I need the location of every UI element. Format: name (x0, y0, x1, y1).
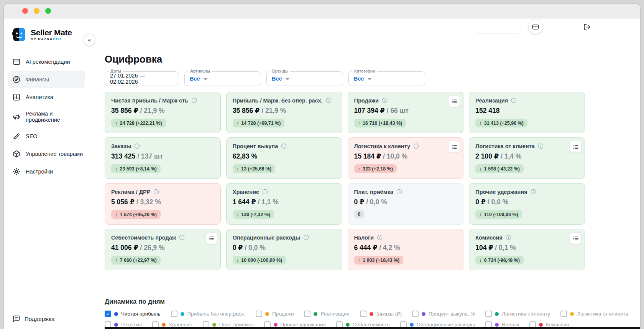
date-range-field[interactable]: Даты 27.01.2026 — 02.02.2026 (105, 71, 179, 86)
info-icon[interactable] (396, 188, 402, 195)
sidebar-item-label: Управление товарами (26, 151, 83, 157)
sidebar-item-ruble[interactable]: Финансы (8, 71, 85, 88)
legend-item[interactable]: Прибыль без опер.расх. (171, 311, 245, 317)
info-icon[interactable] (262, 188, 268, 195)
info-icon[interactable] (303, 234, 309, 241)
zoom-window-button[interactable] (45, 8, 51, 14)
articles-select[interactable]: Артикулы Все (184, 71, 261, 86)
metric-value: 1 644 ₽ / 1,1 % (233, 198, 336, 206)
metric-value: 2 100 ₽ / 1,4 % (475, 152, 578, 160)
series-checkbox[interactable] (256, 311, 262, 317)
legend-item[interactable]: Процент выкупа, % (412, 311, 475, 317)
info-icon[interactable] (505, 234, 512, 241)
sidebar: Seller Mate BY RAZRABOT AI рекомендацииФ… (4, 18, 89, 329)
brand-name: Seller Mate (31, 28, 72, 37)
box-icon (12, 150, 21, 158)
categories-select-label: Категории (352, 69, 377, 73)
brands-select[interactable]: Бренды Все (266, 71, 343, 86)
legend-item[interactable]: Логистика от клиента (560, 311, 628, 317)
account-select-underline (476, 33, 519, 33)
minimize-window-button[interactable] (34, 8, 39, 14)
chevron-down-icon (204, 78, 207, 80)
detail-list-button[interactable] (570, 232, 582, 244)
info-icon[interactable] (530, 188, 537, 195)
legend-item[interactable]: Реализация (304, 311, 349, 317)
metric-secondary-value: / 10,0 % (381, 152, 407, 160)
change-badge: ↑14 728 (+69,71 %) (233, 119, 285, 127)
series-color-dot (265, 312, 269, 316)
support-button[interactable]: Поддержка (12, 315, 54, 323)
metric-card: Процент выкупа62,83 %↑13 (+25,66 %) (226, 137, 342, 179)
metric-secondary-value: / 1,4 % (499, 152, 521, 160)
info-icon[interactable] (153, 188, 159, 195)
screenshot-frame: Seller Mate BY RAZRABOT AI рекомендацииФ… (0, 0, 644, 329)
series-checkbox[interactable] (171, 311, 177, 317)
info-icon[interactable] (134, 143, 140, 149)
info-icon[interactable] (376, 234, 383, 241)
metric-secondary-value: / 137 шт (135, 152, 163, 160)
series-checkbox[interactable] (412, 311, 419, 317)
sidebar-item-pen[interactable]: SEO (4, 127, 89, 145)
arrow-down-icon: ↓ (479, 166, 482, 172)
change-badge-text: 110 (-100,00 %) (484, 212, 518, 217)
series-checkbox[interactable]: ✓ (105, 311, 111, 317)
detail-list-button[interactable] (570, 141, 582, 153)
sidebar-item-ai-card[interactable]: AI рекомендации (4, 53, 89, 71)
legend-item[interactable]: Заказы (₽) (360, 311, 402, 317)
series-checkbox[interactable] (485, 311, 492, 317)
sidebar-item-gear[interactable]: Настройки (4, 163, 89, 180)
metric-value: 0 ₽ / 0,0 % (354, 198, 457, 206)
categories-select[interactable]: Категории Все (348, 71, 425, 86)
metric-secondary-value: / 0,0 % (364, 198, 387, 206)
legend-item[interactable]: Логистика к клиенту (485, 311, 550, 317)
info-icon[interactable] (413, 143, 419, 149)
metric-secondary-value: / 0,1 % (493, 244, 516, 251)
metric-title: Операционные расходы (233, 235, 300, 241)
legend-item[interactable]: ✓Чистая прибыль (105, 311, 161, 317)
legend-item[interactable]: Продажи (256, 311, 294, 317)
sidebar-item-megaphone[interactable]: Реклама и продвижение (4, 106, 89, 127)
card-button[interactable] (528, 20, 543, 34)
info-icon[interactable] (511, 97, 517, 104)
pen-icon (12, 132, 21, 141)
series-color-dot (346, 323, 350, 327)
metric-secondary-value: / 0,0 % (243, 244, 266, 251)
arrow-up-icon: ↑ (358, 120, 361, 126)
change-badge-text: 14 728 (+69,71 %) (241, 121, 281, 126)
brand-logo: Seller Mate BY RAZRABOT (4, 27, 89, 45)
sidebar-collapse-button[interactable]: « (84, 34, 95, 46)
info-icon[interactable] (191, 97, 197, 104)
sidebar-item-box[interactable]: Управление товарами (4, 145, 89, 163)
close-window-button[interactable] (22, 8, 28, 14)
metric-value: 41 006 ₽ / 26,9 % (111, 244, 214, 252)
sidebar-item-chart[interactable]: Аналитика (4, 88, 89, 106)
metric-secondary-value: / 26,9 % (138, 244, 165, 251)
series-checkbox[interactable] (304, 311, 310, 317)
detail-list-button[interactable] (448, 141, 460, 153)
series-color-dot (422, 312, 426, 316)
series-color-dot (370, 312, 373, 316)
series-color-dot (495, 323, 499, 327)
info-icon[interactable] (179, 234, 185, 241)
series-checkbox[interactable] (560, 311, 567, 317)
detail-list-button[interactable] (205, 232, 217, 244)
info-icon[interactable] (381, 97, 388, 104)
list-icon (451, 98, 458, 105)
arrow-up-icon: ↑ (358, 257, 361, 263)
detail-list-button[interactable] (448, 95, 460, 107)
info-icon[interactable] (537, 143, 544, 149)
list-icon (572, 144, 579, 150)
info-icon[interactable] (325, 97, 332, 104)
info-icon[interactable] (281, 143, 287, 149)
metric-value: 152 418 (475, 107, 578, 115)
sidebar-item-label: SEO (26, 133, 38, 139)
series-checkbox[interactable] (360, 311, 366, 317)
metric-title: Логистика от клиента (475, 143, 535, 149)
arrow-up-icon: ↑ (115, 257, 118, 263)
change-badge-text: 16 716 (+18,43 %) (363, 121, 402, 126)
metric-card: Прибыль / Марж. без опер. расх.35 856 ₽ … (226, 92, 342, 133)
metric-secondary-value: / 0,0 % (486, 198, 508, 206)
logout-button[interactable] (582, 22, 592, 32)
articles-select-value: Все (190, 76, 200, 82)
articles-select-label: Артикулы (188, 69, 212, 73)
